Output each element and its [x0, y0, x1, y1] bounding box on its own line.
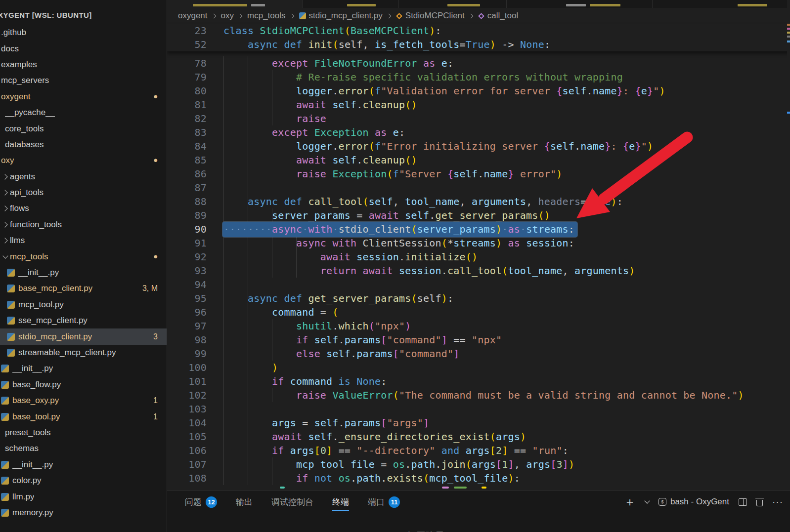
code-line[interactable]: 107 mcp_tool_file = os.path.join(args[1]…: [167, 457, 790, 471]
code-line[interactable]: 86 raise Exception(f"Server {self.name} …: [167, 167, 790, 181]
explorer-folder-oxy[interactable]: oxy•: [0, 153, 167, 168]
code-line[interactable]: 101 if command is None:: [167, 374, 790, 388]
explorer-file-stdio-mcp-client-py[interactable]: stdio_mcp_client.py3: [0, 328, 167, 344]
explorer-folder-llms[interactable]: llms: [0, 233, 167, 248]
editor-tab[interactable]: [653, 0, 790, 8]
python-file-icon: [1, 413, 9, 421]
code-line[interactable]: 87: [167, 181, 790, 195]
explorer-item-label: __init__.py: [12, 460, 53, 470]
explorer-file-sse-mcp-client-py[interactable]: sse_mcp_client.py: [0, 313, 167, 328]
editor-tab[interactable]: [399, 0, 507, 8]
explorer-folder-examples[interactable]: examples: [0, 57, 167, 73]
code-line[interactable]: 99 else self.params["command"]: [167, 347, 790, 361]
file-problems-badge: 1: [153, 396, 158, 405]
breadcrumb-item[interactable]: oxygent: [178, 11, 208, 21]
code-line[interactable]: 103: [167, 402, 790, 416]
panel-tab-active[interactable]: 终端: [332, 491, 349, 513]
explorer-file-memory-py[interactable]: memory.py: [0, 505, 167, 521]
code-line[interactable]: 106 if args[0] == "--directory" and args…: [167, 444, 790, 457]
code-line[interactable]: 88 async def call_tool(self, tool_name, …: [167, 195, 790, 208]
new-terminal-button[interactable]: ＋: [624, 497, 636, 507]
code-line[interactable]: 82 raise: [167, 112, 790, 125]
code-line[interactable]: 102 raise ValueError("The command must b…: [167, 388, 790, 402]
code-line[interactable]: 97 shutil.which("npx"): [167, 319, 790, 333]
explorer-file-mcp-tool-py[interactable]: mcp_tool.py: [0, 297, 167, 313]
python-file-icon: [1, 461, 9, 469]
explorer-folder-function-tools[interactable]: function_tools: [0, 217, 167, 233]
code-line[interactable]: 85 await self.cleanup(): [167, 153, 790, 167]
explorer-folder-schemas[interactable]: schemas: [0, 441, 167, 456]
code-line[interactable]: 98 if self.params["command"] == "npx": [167, 333, 790, 347]
code-line[interactable]: 79 # Re-raise specific validation errors…: [167, 70, 790, 84]
explorer-folder-databases[interactable]: databases: [0, 137, 167, 153]
minimap[interactable]: [787, 0, 790, 491]
explorer-item-label: llm.py: [12, 492, 34, 502]
code-line[interactable]: 89 server_params = await self.get_server…: [167, 208, 790, 222]
code-line[interactable]: 81 await self.cleanup(): [167, 98, 790, 112]
explorer-folder--pycache-[interactable]: __pycache__: [0, 105, 167, 121]
explorer-file--init-py[interactable]: __init__.py: [0, 265, 167, 281]
code-line[interactable]: 105 await self._ensure_directories_exist…: [167, 430, 790, 444]
panel-tab-item[interactable]: 问题12: [185, 491, 217, 513]
explorer-folder-mcp-servers[interactable]: mcp_servers: [0, 73, 167, 88]
split-terminal-icon[interactable]: [739, 498, 747, 506]
code-line[interactable]: 52 async def init(self, is_fetch_tools=T…: [167, 38, 790, 51]
explorer-folder-docs[interactable]: docs: [0, 41, 167, 56]
explorer-folder-preset-tools[interactable]: preset_tools: [0, 425, 167, 441]
explorer-file--init-py[interactable]: __init__.py: [0, 361, 167, 376]
workspace-header[interactable]: OXYGENT [WSL: UBUNTU]: [0, 11, 92, 19]
panel-tab-item[interactable]: 调试控制台: [271, 491, 313, 513]
breadcrumb-item[interactable]: stdio_mcp_client.py: [299, 11, 383, 21]
explorer-folder-flows[interactable]: flows: [0, 201, 167, 216]
panel-tab-item[interactable]: 输出: [236, 491, 253, 513]
code-line[interactable]: 84 logger.error(f"Error initializing ser…: [167, 139, 790, 153]
editor-tab[interactable]: [167, 0, 303, 8]
explorer-file-base-flow-py[interactable]: base_flow.py: [0, 377, 167, 393]
code-line[interactable]: 90········async·with·stdio_client(server…: [167, 222, 790, 236]
line-number: 107: [167, 457, 207, 471]
explorer-folder--github[interactable]: .github: [0, 25, 167, 41]
editor-tab[interactable]: [303, 0, 399, 8]
kill-terminal-icon[interactable]: [756, 500, 763, 506]
explorer-file-base-tool-py[interactable]: base_tool.py1: [0, 409, 167, 424]
explorer-item-label: sse_mcp_client.py: [18, 316, 88, 326]
explorer-folder-oxygent[interactable]: oxygent•: [0, 89, 167, 105]
terminal-profile[interactable]: $ bash - OxyGent: [658, 497, 729, 507]
breadcrumb-item[interactable]: StdioMCPClient: [396, 11, 465, 21]
code-line[interactable]: 83 except Exception as e:: [167, 125, 790, 139]
terminal-prompt-line[interactable]: (base) sinon@Sinon : ~/work/OxyGent $ 打开…: [172, 519, 531, 532]
explorer-file-streamable-mcp-client-py[interactable]: streamable_mcp_client.py: [0, 345, 167, 361]
code-line[interactable]: 108 if not os.path.exists(mcp_tool_file)…: [167, 471, 790, 485]
code-line[interactable]: 92 await session.initialize(): [167, 250, 790, 264]
explorer-file-llm-py[interactable]: llm.py: [0, 489, 167, 504]
explorer-folder-core-tools[interactable]: core_tools: [0, 121, 167, 136]
terminal-profile-dropdown-icon[interactable]: [644, 498, 650, 503]
explorer-file-color-py[interactable]: color.py: [0, 473, 167, 489]
explorer-file-base-oxy-py[interactable]: base_oxy.py1: [0, 393, 167, 409]
folder-chevron-icon: [1, 191, 10, 195]
code-line[interactable]: 100 ): [167, 361, 790, 374]
breadcrumb-item[interactable]: oxy: [221, 11, 234, 21]
code-line[interactable]: 80 logger.error(f"Validation error for s…: [167, 84, 790, 98]
panel-tab-item[interactable]: 端口11: [368, 491, 400, 513]
more-actions-icon[interactable]: ···: [772, 496, 783, 507]
code-line[interactable]: 93 return await session.call_tool(tool_n…: [167, 264, 790, 278]
breadcrumb-item[interactable]: mcp_tools: [247, 11, 285, 21]
code-line[interactable]: 23class StdioMCPClient(BaseMCPClient):: [167, 24, 790, 38]
code-line[interactable]: 78 except FileNotFoundError as e:: [167, 56, 790, 70]
editor-tab[interactable]: [507, 0, 653, 8]
code-line[interactable]: 95 async def get_server_params(self):: [167, 291, 790, 305]
explorer-file-base-mcp-client-py[interactable]: base_mcp_client.py3, M: [0, 281, 167, 296]
explorer-folder-api-tools[interactable]: api_tools: [0, 185, 167, 201]
code-line[interactable]: 91 async with ClientSession(*streams) as…: [167, 236, 790, 250]
breadcrumb-item[interactable]: call_tool: [478, 11, 518, 21]
code-line[interactable]: 104 args = self.params["args"]: [167, 416, 790, 430]
explorer-file--init-py[interactable]: __init__.py: [0, 457, 167, 473]
code-line[interactable]: 94: [167, 278, 790, 291]
explorer-folder-agents[interactable]: agents: [0, 169, 167, 185]
code-editor[interactable]: 78 except FileNotFoundError as e:79 # Re…: [167, 56, 790, 485]
code-line[interactable]: 96 command = (: [167, 305, 790, 319]
explorer-folder-mcp-tools[interactable]: mcp_tools•: [0, 248, 167, 264]
explorer-item-label: oxygent: [1, 92, 31, 102]
sticky-scroll[interactable]: 23class StdioMCPClient(BaseMCPClient):52…: [167, 24, 790, 51]
